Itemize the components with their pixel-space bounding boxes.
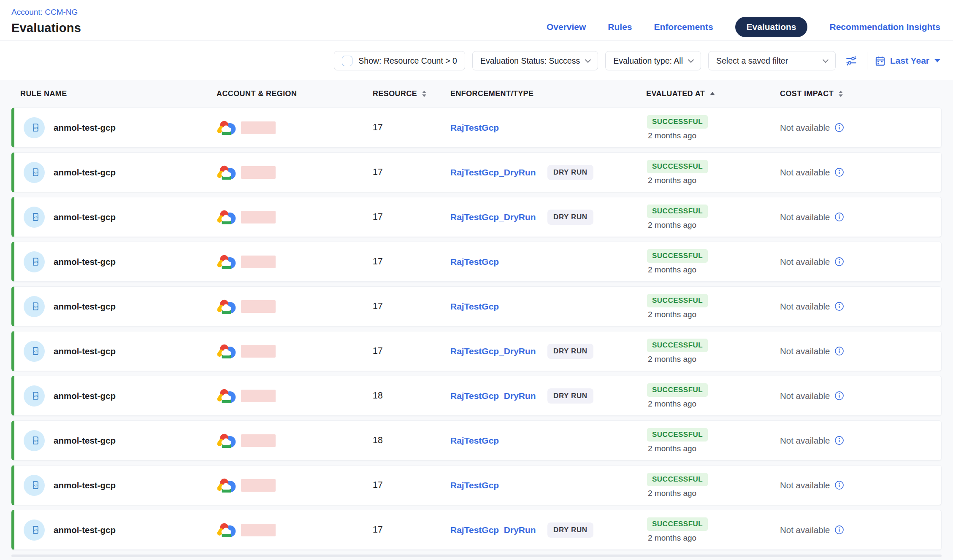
evaluation-type-dropdown[interactable]: Evaluation type: All xyxy=(605,51,701,70)
info-icon[interactable] xyxy=(834,212,844,222)
svg-text:</>: </> xyxy=(34,261,38,264)
tab-recommendation-insights[interactable]: Recommendation Insights xyxy=(829,22,940,32)
table-row[interactable]: </> anmol-test-gcp 17 RajTestGcp_DryRun … xyxy=(11,510,942,550)
col-evaluated-at[interactable]: EVALUATED AT xyxy=(646,89,780,98)
info-icon[interactable] xyxy=(834,391,844,401)
rule-name: anmol-test-gcp xyxy=(54,257,116,267)
resource-count-checkbox[interactable] xyxy=(342,56,352,66)
resource-cell: 17 xyxy=(373,122,450,133)
rule-name-cell: </> anmol-test-gcp xyxy=(14,162,217,183)
saved-filter-dropdown[interactable]: Select a saved filter xyxy=(708,51,836,70)
resource-count-filter[interactable]: Show: Resource Count > 0 xyxy=(334,51,465,70)
title-block: Account: CCM-NG Evaluations xyxy=(11,8,81,35)
info-icon[interactable] xyxy=(834,436,844,445)
enforcement-link[interactable]: RajTestGcp xyxy=(450,123,547,133)
info-icon[interactable] xyxy=(834,525,844,535)
status-badge: SUCCESSFUL xyxy=(647,428,708,442)
gcp-cloud-icon xyxy=(217,433,237,449)
evaluated-at-cell: SUCCESSFUL 2 months ago xyxy=(646,428,780,453)
evaluated-time: 2 months ago xyxy=(647,444,696,453)
evaluated-time: 2 months ago xyxy=(647,533,696,543)
resource-count: 17 xyxy=(373,480,383,490)
status-badge: SUCCESSFUL xyxy=(647,383,708,397)
table-row[interactable]: </> anmol-test-gcp 17 RajTestGcp_DryRun … xyxy=(11,152,942,192)
account-region-cell xyxy=(217,388,373,404)
resource-cell: 17 xyxy=(373,301,450,312)
resource-cell: 17 xyxy=(373,167,450,178)
rule-name-cell: </> anmol-test-gcp xyxy=(14,520,217,541)
cost-impact-value: Not available xyxy=(780,212,830,222)
info-icon[interactable] xyxy=(834,346,844,356)
info-icon[interactable] xyxy=(834,480,844,490)
status-badge: SUCCESSFUL xyxy=(647,160,708,173)
chevron-down-icon xyxy=(585,57,591,62)
tab-enforcements[interactable]: Enforcements xyxy=(654,22,713,32)
resource-count: 17 xyxy=(373,256,383,267)
tab-rules[interactable]: Rules xyxy=(608,22,632,32)
cost-impact-value: Not available xyxy=(780,391,830,401)
rule-name: anmol-test-gcp xyxy=(54,212,116,222)
evaluated-at-cell: SUCCESSFUL 2 months ago xyxy=(646,294,780,319)
dry-run-badge: DRY RUN xyxy=(547,388,593,404)
col-resource[interactable]: RESOURCE xyxy=(373,89,450,98)
info-icon[interactable] xyxy=(834,123,844,132)
account-region-cell xyxy=(217,299,373,315)
resource-count-label: Show: Resource Count > 0 xyxy=(358,56,457,66)
table-row[interactable]: </> anmol-test-gcp 17 RajTestGcp_DryRun … xyxy=(11,197,942,237)
enforcement-link[interactable]: RajTestGcp_DryRun xyxy=(450,212,547,222)
table-row[interactable]: </> anmol-test-gcp 17 RajTestGcp SUCCE xyxy=(11,242,942,282)
col-cost-impact[interactable]: COST IMPACT xyxy=(780,89,942,98)
tab-overview[interactable]: Overview xyxy=(547,22,586,32)
enforcement-cell: RajTestGcp xyxy=(450,257,646,267)
sort-asc-icon[interactable] xyxy=(710,92,715,95)
table-row[interactable]: </> anmol-test-gcp 18 RajTestGcp SUCCE xyxy=(11,420,942,460)
enforcement-link[interactable]: RajTestGcp_DryRun xyxy=(450,167,547,178)
cost-impact-cell: Not available xyxy=(780,480,941,490)
evaluated-time: 2 months ago xyxy=(647,131,696,140)
rule-name: anmol-test-gcp xyxy=(54,391,116,401)
enforcement-link[interactable]: RajTestGcp_DryRun xyxy=(450,346,547,356)
info-icon[interactable] xyxy=(834,302,844,311)
enforcement-link[interactable]: RajTestGcp xyxy=(450,302,547,312)
rule-icon: </> xyxy=(24,251,45,272)
account-region-cell xyxy=(217,254,373,270)
table-row[interactable]: </> anmol-test-gcp 17 RajTestGcp SUCCE xyxy=(11,465,942,505)
status-badge: SUCCESSFUL xyxy=(647,205,708,218)
date-range-picker[interactable]: Last Year xyxy=(874,55,940,67)
dry-run-badge: DRY RUN xyxy=(547,344,593,359)
enforcement-link[interactable]: RajTestGcp xyxy=(450,480,547,490)
date-range-value: Last Year xyxy=(890,56,929,66)
evaluations-table: RULE NAME ACCOUNT & REGION RESOURCE ENFO… xyxy=(0,80,953,560)
table-row[interactable]: </> anmol-test-gcp 18 RajTestGcp_DryRun … xyxy=(11,376,942,416)
rule-icon: </> xyxy=(24,520,45,541)
enforcement-cell: RajTestGcp_DryRun DRY RUN xyxy=(450,388,646,404)
tab-evaluations[interactable]: Evaluations xyxy=(735,17,808,37)
resource-cell: 18 xyxy=(373,435,450,446)
breadcrumb[interactable]: Account: CCM-NG xyxy=(11,8,81,17)
info-icon[interactable] xyxy=(834,167,844,177)
evaluation-type-value: Evaluation type: All xyxy=(613,56,683,66)
gcp-cloud-icon xyxy=(217,343,237,359)
sort-both-icon[interactable] xyxy=(839,91,843,97)
table-row[interactable]: </> anmol-test-gcp 17 RajTestGcp_DryRun … xyxy=(11,331,942,371)
status-badge: SUCCESSFUL xyxy=(647,517,708,531)
sort-both-icon[interactable] xyxy=(422,91,426,97)
resource-count: 17 xyxy=(373,346,383,356)
enforcement-link[interactable]: RajTestGcp xyxy=(450,257,547,267)
enforcement-link[interactable]: RajTestGcp_DryRun xyxy=(450,391,547,401)
enforcement-link[interactable]: RajTestGcp_DryRun xyxy=(450,525,547,535)
rule-icon: </> xyxy=(24,475,45,496)
resource-count: 17 xyxy=(373,167,383,178)
evaluation-status-dropdown[interactable]: Evaluation Status: Success xyxy=(472,51,598,70)
filter-settings-button[interactable] xyxy=(843,54,860,67)
table-row[interactable]: </> anmol-test-gcp 17 RajTestGcp SUCCE xyxy=(11,108,942,148)
info-icon[interactable] xyxy=(834,257,844,267)
resource-cell: 17 xyxy=(373,346,450,356)
table-row[interactable]: </> anmol-test-gcp 17 RajTestGcp SUCCE xyxy=(11,286,942,326)
cost-impact-value: Not available xyxy=(780,257,830,267)
rule-name: anmol-test-gcp xyxy=(54,436,116,446)
enforcement-link[interactable]: RajTestGcp xyxy=(450,436,547,446)
evaluated-at-cell: SUCCESSFUL 2 months ago xyxy=(646,473,780,498)
evaluated-time: 2 months ago xyxy=(647,265,696,275)
evaluated-time: 2 months ago xyxy=(647,221,696,230)
